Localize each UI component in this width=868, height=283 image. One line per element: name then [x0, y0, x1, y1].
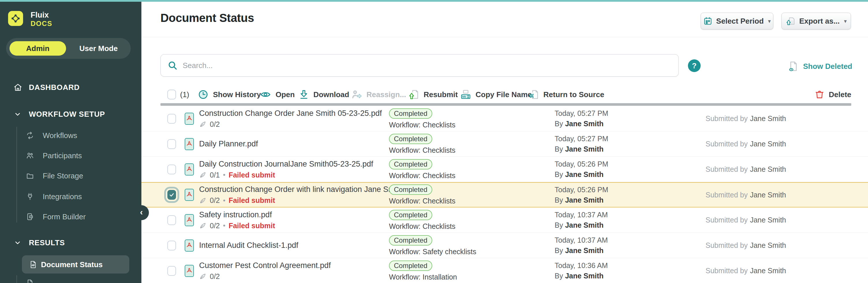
submitter-name: Jane Smith — [750, 241, 786, 250]
download-button[interactable]: Download — [299, 87, 349, 102]
reassign-person-arrow-icon — [351, 89, 362, 100]
signature-quill-icon — [199, 273, 207, 280]
submitted-by-line: By Jane Smith — [555, 145, 608, 153]
search-input[interactable] — [160, 54, 679, 77]
sidebar-section-results[interactable]: RESULTS — [0, 237, 142, 248]
by-prefix: By — [555, 196, 563, 204]
table-row[interactable]: Daily Planner.pdf Completed Workflow: Ch… — [142, 132, 868, 157]
file-name[interactable]: Customer Pest Control Agreement.pdf — [199, 261, 331, 270]
row-checkbox[interactable] — [167, 165, 176, 174]
check-icon — [169, 192, 175, 198]
submitted-by-line: By Jane Smith — [555, 196, 608, 204]
bullet-separator: • — [223, 171, 225, 179]
table-row[interactable]: Safety instruction.pdf 0/2 • Failed subm… — [142, 208, 868, 233]
export-as-button[interactable]: Export as... ▾ — [781, 13, 851, 29]
brand-product: DOCS — [31, 20, 52, 28]
file-name[interactable]: Daily Planner.pdf — [199, 140, 258, 148]
status-badge: Completed — [389, 260, 432, 271]
sidebar-item-dashboard[interactable]: DASHBOARD — [0, 81, 142, 93]
document-status-icon — [29, 260, 37, 269]
file-name[interactable]: Daily Construction JournalJane Smith05-2… — [199, 160, 373, 169]
submitted-by-line: By Jane Smith — [555, 246, 608, 255]
sidebar-item-label: Integrations — [43, 192, 82, 201]
reassign-button[interactable]: Reassign... — [351, 87, 406, 102]
by-name: Jane Smith — [565, 196, 603, 204]
sidebar-item-form-builder[interactable]: Form Builder — [0, 211, 142, 222]
submitter-column: Submitted by Jane Smith — [706, 157, 786, 182]
select-all-checkbox[interactable] — [167, 90, 176, 99]
sidebar-item-document-status[interactable]: Document Status — [22, 255, 129, 274]
sidebar-item-label: Document Status — [41, 260, 103, 269]
table-row[interactable]: Internal Audit Checklist-1.pdf Completed… — [142, 233, 868, 258]
by-prefix: By — [555, 246, 563, 254]
copy-file-name-button[interactable]: Copy File Name — [460, 87, 532, 102]
bullet-separator: • — [223, 197, 225, 205]
submitted-by-prefix: Submitted by — [706, 165, 748, 174]
by-name: Jane Smith — [565, 246, 603, 254]
submitter-name: Jane Smith — [750, 140, 786, 148]
row-checkbox[interactable] — [167, 241, 176, 250]
row-checkbox[interactable] — [167, 190, 176, 200]
file-column: Daily Construction JournalJane Smith05-2… — [199, 157, 373, 182]
open-button[interactable]: Open — [260, 87, 294, 102]
trash-icon — [815, 90, 825, 99]
sidebar-item-workflows[interactable]: Workflows — [0, 130, 142, 141]
status-badge: Completed — [389, 159, 432, 170]
acrobat-glyph — [186, 166, 193, 174]
pdf-file-icon — [185, 240, 194, 252]
row-checkbox[interactable] — [167, 139, 176, 149]
submitter-name: Jane Smith — [750, 216, 786, 224]
sidebar-collapse-button[interactable]: ‹ — [134, 205, 149, 220]
sidebar-item-participants[interactable]: Participants — [0, 150, 142, 162]
show-history-button[interactable]: Show History — [198, 87, 261, 102]
admin-mode-option[interactable]: Admin — [9, 41, 66, 56]
table-row[interactable]: Customer Pest Control Agreement.pdf 0/2 … — [142, 258, 868, 283]
horizontal-scrollbar-thumb[interactable] — [160, 103, 851, 106]
copy-file-name-label: Copy File Name — [475, 90, 532, 99]
signature-count: 0/1 — [210, 171, 220, 179]
user-mode-option[interactable]: User Mode — [69, 38, 128, 59]
page-title: Document Status — [160, 11, 254, 25]
file-name[interactable]: Construction Change Order Jane Smith 05-… — [199, 109, 382, 118]
select-period-button[interactable]: Select Period ▾ — [701, 13, 773, 29]
file-name[interactable]: Safety instruction.pdf — [199, 210, 275, 219]
show-deleted-link[interactable]: Show Deleted — [787, 59, 852, 74]
pdf-file-icon — [185, 164, 194, 176]
signature-count: 0/2 — [210, 196, 220, 205]
row-checkbox[interactable] — [167, 114, 176, 123]
sidebar-section-workflow-setup[interactable]: WORKFLOW SETUP — [0, 108, 142, 120]
app-window: Fluix DOCS Admin User Mode DASHBOARD WOR… — [0, 0, 868, 283]
submission-time: Today, 05:27 PM — [555, 135, 608, 143]
export-icon — [786, 16, 796, 26]
file-column: Construction Change Order with link navi… — [199, 183, 405, 207]
row-checkbox[interactable] — [167, 215, 176, 225]
show-deleted-label: Show Deleted — [803, 62, 852, 71]
table-row[interactable]: Daily Construction JournalJane Smith05-2… — [142, 157, 868, 182]
return-to-source-button[interactable]: Return to Source — [528, 87, 604, 102]
sidebar-item-integrations[interactable]: Integrations — [0, 191, 142, 202]
chevron-down-icon: ▾ — [844, 18, 847, 25]
delete-button[interactable]: Delete — [815, 87, 851, 102]
submitted-by-prefix: Submitted by — [706, 241, 748, 250]
help-button[interactable]: ? — [688, 59, 701, 72]
workflow-label: Workflow: Checklists — [389, 172, 455, 180]
status-column: Completed Workflow: Checklists — [389, 132, 455, 156]
row-checkbox[interactable] — [167, 266, 176, 276]
acrobat-glyph — [186, 242, 193, 250]
submitter-name: Jane Smith — [750, 267, 786, 275]
table-row[interactable]: Construction Change Order Jane Smith 05-… — [142, 106, 868, 132]
export-as-label: Export as... — [799, 17, 840, 26]
workflow-label: Workflow: Checklists — [389, 222, 455, 231]
sidebar-item-label: Workflows — [43, 131, 77, 140]
sidebar-item-file-storage[interactable]: File Storage — [0, 170, 142, 182]
resubmit-button[interactable]: Resubmit — [408, 87, 458, 102]
by-name: Jane Smith — [565, 170, 603, 178]
sidebar-item-clipped-icon[interactable] — [26, 279, 34, 283]
sidebar-connector-line — [17, 275, 17, 283]
delete-label: Delete — [829, 90, 851, 99]
file-name[interactable]: Construction Change Order with link navi… — [199, 185, 405, 194]
date-column: Today, 05:27 PM By Jane Smith — [555, 132, 608, 156]
table-row[interactable]: Construction Change Order with link navi… — [142, 182, 868, 208]
file-name[interactable]: Internal Audit Checklist-1.pdf — [199, 241, 299, 250]
date-column: Today, 10:37 AM By Jane Smith — [555, 208, 608, 233]
